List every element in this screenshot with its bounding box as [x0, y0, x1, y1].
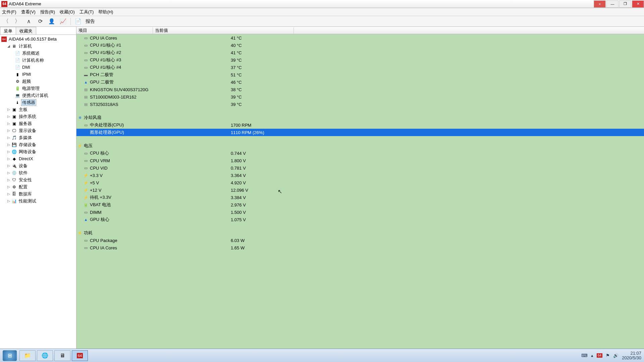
- list-item[interactable]: ▭DIMM1.500 V: [76, 208, 644, 216]
- list-item[interactable]: ▤ST3250318AS39 °C: [76, 101, 644, 108]
- tray-keyboard-icon[interactable]: ⌨: [581, 353, 588, 358]
- expand-icon[interactable]: ▷: [7, 115, 11, 118]
- chart-icon[interactable]: 📈: [59, 17, 67, 25]
- list-item[interactable]: ▭CPU IA Cores41 °C: [76, 34, 644, 42]
- tray-aida-icon[interactable]: 64: [597, 353, 602, 358]
- tree-item[interactable]: ▷🔌设备: [0, 162, 76, 169]
- list-item[interactable]: ⚡待机 +3.3V3.384 V: [76, 194, 644, 201]
- tab-favorites[interactable]: 收藏夹: [16, 27, 36, 35]
- menu-view[interactable]: 查看(V): [21, 9, 36, 15]
- tree[interactable]: 64 AIDA64 v6.00.5157 Beta ◢ 🖥 计算机 📄系统概述📄…: [0, 35, 76, 349]
- menu-bar: 文件(F) 查看(V) 报告(R) 收藏(O) 工具(T) 帮助(H): [0, 8, 644, 16]
- expand-icon[interactable]: ▷: [7, 178, 11, 182]
- tree-item[interactable]: ▷◆DirectX: [0, 155, 76, 162]
- expand-icon[interactable]: ▷: [7, 192, 11, 196]
- up-icon[interactable]: ∧: [25, 17, 33, 25]
- list-item[interactable]: ⚡+5 V4.920 V: [76, 179, 644, 186]
- expand-icon[interactable]: ▷: [7, 199, 11, 203]
- list-item[interactable]: ▭CPU Package6.03 W: [76, 237, 644, 244]
- tree-item[interactable]: 🔋电源管理: [0, 85, 76, 92]
- expand-icon[interactable]: ▷: [7, 136, 11, 139]
- list-item[interactable]: ▭CPU #1/核心 #339 °C: [76, 56, 644, 64]
- expand-icon[interactable]: ▷: [7, 157, 11, 161]
- clock[interactable]: 21:07 2020/5/30: [622, 351, 641, 360]
- expand-icon[interactable]: ▷: [7, 143, 11, 146]
- tree-computer[interactable]: ◢ 🖥 计算机: [0, 43, 76, 50]
- expand-icon[interactable]: ▷: [7, 108, 11, 111]
- col-value[interactable]: 当前值: [153, 27, 294, 34]
- list-item[interactable]: ▭CPU #1/核心 #140 °C: [76, 42, 644, 49]
- menu-favorites[interactable]: 收藏(O): [60, 9, 75, 15]
- tab-menu[interactable]: 菜单: [0, 27, 16, 35]
- menu-report[interactable]: 报告(R): [40, 9, 55, 15]
- tray-volume-icon[interactable]: 🔊: [613, 353, 619, 358]
- tree-item[interactable]: ▷🖵显示设备: [0, 127, 76, 134]
- minimize-button[interactable]: —: [606, 0, 619, 8]
- maximize-button[interactable]: ❐: [619, 0, 631, 8]
- tree-item[interactable]: ▷🌐网络设备: [0, 148, 76, 155]
- tree-item[interactable]: ⚙超频: [0, 78, 76, 85]
- tree-item[interactable]: ▷💿软件: [0, 169, 76, 176]
- tree-item[interactable]: ▷📊性能测试: [0, 197, 76, 204]
- list-item[interactable]: ▭CPU IA Cores1.65 W: [76, 244, 644, 251]
- list-item[interactable]: ▲GPU 核心1.075 V: [76, 216, 644, 223]
- sensor-list[interactable]: ▭CPU IA Cores41 °C▭CPU #1/核心 #140 °C▭CPU…: [76, 34, 644, 349]
- tree-root[interactable]: 64 AIDA64 v6.00.5157 Beta: [0, 36, 76, 43]
- task-explorer[interactable]: 📁: [19, 350, 36, 361]
- menu-help[interactable]: 帮助(H): [98, 9, 113, 15]
- list-item[interactable]: ▭CPU VRM1.800 V: [76, 157, 644, 164]
- system-tray[interactable]: ⌨ ▴ 64 ⚑ 🔊 21:07 2020/5/30: [581, 351, 641, 360]
- expand-icon[interactable]: ▷: [7, 164, 11, 168]
- tree-item[interactable]: ▷🗄数据库: [0, 190, 76, 197]
- tray-chevron-icon[interactable]: ▴: [591, 353, 593, 358]
- list-item[interactable]: ▭CPU VID0.781 V: [76, 164, 644, 172]
- expand-icon[interactable]: ▷: [7, 185, 11, 189]
- list-item[interactable]: ⚡+3.3 V3.364 V: [76, 172, 644, 179]
- menu-file[interactable]: 文件(F): [2, 9, 16, 15]
- generic-button[interactable]: ×: [594, 0, 606, 8]
- tree-item[interactable]: ▷▣主板: [0, 106, 76, 113]
- tree-item[interactable]: ▷🛡安全性: [0, 176, 76, 183]
- list-item[interactable]: ▲GPU 二极管46 °C: [76, 78, 644, 86]
- report-label[interactable]: 报告: [86, 18, 95, 24]
- tree-item[interactable]: ▷💾存储设备: [0, 141, 76, 148]
- tree-item[interactable]: ▷⚙配置: [0, 183, 76, 190]
- tree-item[interactable]: 📄系统概述: [0, 50, 76, 57]
- start-button[interactable]: ⊞: [3, 350, 17, 361]
- list-item[interactable]: 🔋VBAT 电池2.976 V: [76, 201, 644, 208]
- refresh-icon[interactable]: ⟳: [36, 17, 44, 25]
- list-item[interactable]: ▭CPU #1/核心 #241 °C: [76, 49, 644, 56]
- tree-item[interactable]: 🌡传感器: [0, 99, 76, 106]
- list-item[interactable]: ⚡+12 V12.096 V: [76, 186, 644, 194]
- list-item[interactable]: ▭CPU #1/核心 #437 °C: [76, 64, 644, 71]
- expand-icon[interactable]: ▷: [7, 129, 11, 132]
- expand-icon[interactable]: ▷: [7, 150, 11, 154]
- col-item[interactable]: 项目: [76, 27, 153, 34]
- tray-flag-icon[interactable]: ⚑: [606, 353, 610, 358]
- report-icon[interactable]: 📄: [74, 17, 82, 25]
- expand-icon[interactable]: ▷: [7, 171, 11, 175]
- user-icon[interactable]: 👤: [48, 17, 56, 25]
- tree-item[interactable]: 📄计算机名称: [0, 57, 76, 64]
- forward-icon[interactable]: 〉: [13, 17, 21, 25]
- close-button[interactable]: ✕: [632, 0, 644, 8]
- tree-item[interactable]: 💻便携式计算机: [0, 92, 76, 99]
- list-item[interactable]: ▬PCH 二极管51 °C: [76, 71, 644, 78]
- tree-item[interactable]: ▷▣服务器: [0, 120, 76, 127]
- back-icon[interactable]: 〈: [2, 17, 10, 25]
- list-item[interactable]: ▤ST1000DM003-1ER16239 °C: [76, 93, 644, 101]
- task-browser[interactable]: 🌐: [37, 350, 53, 361]
- tree-item[interactable]: ▮IPMI: [0, 71, 76, 78]
- list-item[interactable]: ▭CPU 核心0.744 V: [76, 149, 644, 157]
- collapse-icon[interactable]: ◢: [7, 44, 11, 48]
- list-item[interactable]: ▭中央处理器(CPU)1700 RPM: [76, 121, 644, 129]
- tree-item[interactable]: ▷🎵多媒体: [0, 134, 76, 141]
- tree-item[interactable]: 📄DMI: [0, 64, 76, 71]
- task-settings[interactable]: 🖥: [54, 350, 70, 361]
- expand-icon[interactable]: ▷: [7, 122, 11, 125]
- list-item[interactable]: ▤KINGSTON SUV400S37120G38 °C: [76, 86, 644, 93]
- task-aida64[interactable]: 64: [72, 350, 88, 361]
- list-item[interactable]: ▲图形处理器(GPU)1110 RPM (26%): [76, 129, 644, 136]
- menu-tools[interactable]: 工具(T): [79, 9, 94, 15]
- tree-item[interactable]: ▷▣操作系统: [0, 113, 76, 120]
